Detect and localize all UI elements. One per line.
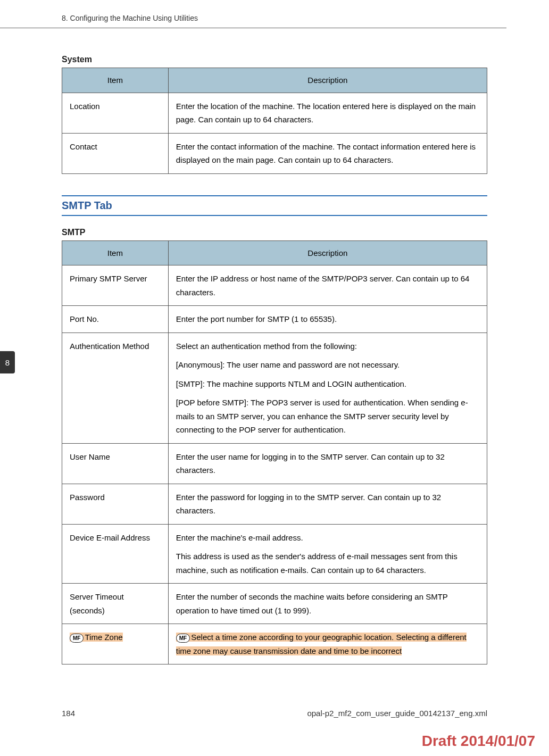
chapter-title: 8. Configuring the Machine Using Utiliti…	[62, 14, 198, 22]
desc-cell: MFSelect a time zone according to your g…	[168, 624, 487, 664]
desc-cell: Enter the password for logging in to the…	[168, 484, 487, 524]
desc-cell: Select an authentication method from the…	[168, 333, 487, 443]
mf-badge-icon: MF	[176, 634, 190, 643]
item-cell: Port No.	[62, 306, 169, 333]
item-cell: Location	[62, 93, 169, 133]
item-cell: User Name	[62, 443, 169, 484]
table-row: Server Timeout (seconds) Enter the numbe…	[62, 584, 487, 624]
item-cell: Device E-mail Address	[62, 524, 169, 584]
page-footer: 184 opal-p2_mf2_com_user_guide_00142137_…	[0, 709, 549, 718]
desc-cell: Enter the user name for logging in to th…	[168, 443, 487, 484]
table-header-item: Item	[62, 68, 169, 93]
table-header-description: Description	[168, 68, 487, 93]
table-row: Location Enter the location of the machi…	[62, 93, 487, 133]
system-table-title: System	[62, 55, 487, 64]
desc-cell: Enter the port number for SMTP (1 to 655…	[168, 306, 487, 333]
table-row: User Name Enter the user name for loggin…	[62, 443, 487, 484]
section-heading-smtp-tab: SMTP Tab	[62, 195, 487, 216]
system-table: Item Description Location Enter the loca…	[62, 68, 487, 174]
table-row: Primary SMTP Server Enter the IP address…	[62, 265, 487, 306]
smtp-table: Item Description Primary SMTP Server Ent…	[62, 240, 487, 665]
content-area: System Item Description Location Enter t…	[0, 28, 549, 664]
item-cell: Authentication Method	[62, 333, 169, 443]
item-cell: Contact	[62, 133, 169, 173]
source-filename: opal-p2_mf2_com_user_guide_00142137_eng.…	[307, 709, 487, 718]
table-header-item: Item	[62, 240, 169, 265]
table-row: Password Enter the password for logging …	[62, 484, 487, 524]
page-header: 8. Configuring the Machine Using Utiliti…	[0, 0, 506, 28]
draft-stamp: Draft 2014/01/07	[422, 733, 535, 750]
desc-cell: Enter the contact information of the mac…	[168, 133, 487, 173]
table-row: Device E-mail Address Enter the machine'…	[62, 524, 487, 584]
page-number: 184	[62, 709, 75, 718]
mf-badge-icon: MF	[70, 634, 84, 643]
table-row: Contact Enter the contact information of…	[62, 133, 487, 173]
table-row: Authentication Method Select an authenti…	[62, 333, 487, 443]
table-header-description: Description	[168, 240, 487, 265]
item-cell: Server Timeout (seconds)	[62, 584, 169, 624]
item-cell: MFTime Zone	[62, 624, 169, 664]
table-row: MFTime Zone MFSelect a time zone accordi…	[62, 624, 487, 664]
table-row: Port No. Enter the port number for SMTP …	[62, 306, 487, 333]
desc-cell: Enter the machine's e-mail address. This…	[168, 524, 487, 584]
desc-cell: Enter the IP address or host name of the…	[168, 265, 487, 306]
item-cell: Primary SMTP Server	[62, 265, 169, 306]
chapter-tab-marker: 8	[0, 351, 15, 373]
smtp-table-title: SMTP	[62, 228, 487, 237]
desc-cell: Enter the location of the machine. The l…	[168, 93, 487, 133]
desc-cell: Enter the number of seconds the machine …	[168, 584, 487, 624]
item-cell: Password	[62, 484, 169, 524]
